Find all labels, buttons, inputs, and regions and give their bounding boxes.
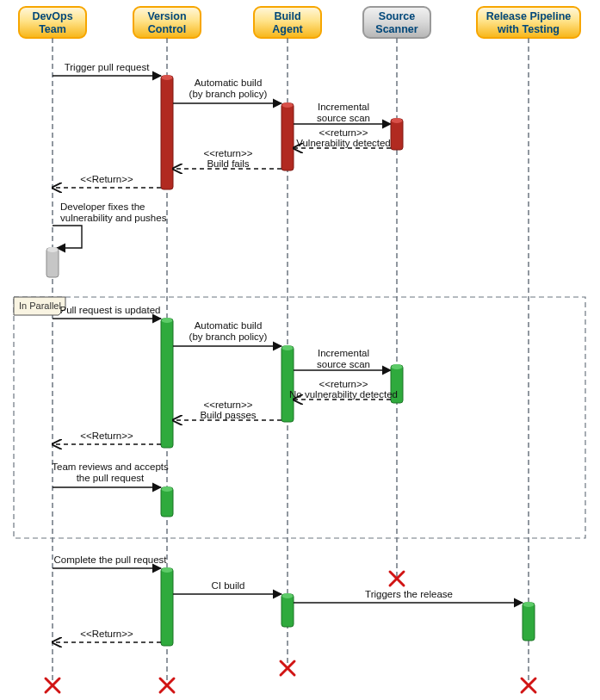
svg-rect-35 xyxy=(523,603,535,641)
msg-trigger-release-label: Triggers the release xyxy=(365,589,453,599)
svg-rect-15 xyxy=(161,76,173,189)
lane-release-pipeline: Release Pipeline with Testing xyxy=(477,7,580,38)
msg-incr-scan-2-b: source scan xyxy=(317,359,370,369)
lane-build-agent: Build Agent xyxy=(254,7,321,38)
msg-pr-updated-label: Pull request is updated xyxy=(60,305,161,315)
activation-scan-fail xyxy=(391,118,403,150)
destroy-devops xyxy=(46,678,59,692)
msg-team-reviews-b: the pull request xyxy=(77,473,145,483)
svg-rect-21 xyxy=(46,248,59,277)
svg-point-24 xyxy=(162,318,173,323)
msg-auto-build-1-label-b: (by branch policy) xyxy=(189,89,268,99)
svg-rect-23 xyxy=(161,319,173,448)
msg-devfix-a: Developer fixes the xyxy=(60,201,145,212)
activation-vc-pass xyxy=(161,318,173,448)
svg-text:Release Pipeline: Release Pipeline xyxy=(486,10,572,22)
activation-release xyxy=(523,602,535,641)
destroy-build xyxy=(281,661,294,675)
activation-build-fail xyxy=(281,102,294,170)
svg-point-26 xyxy=(282,345,294,350)
msg-devfix-b: vulnerability and pushes xyxy=(60,213,167,223)
svg-rect-19 xyxy=(391,119,403,150)
activation-build-ci xyxy=(281,593,294,627)
svg-point-20 xyxy=(392,118,403,123)
svg-point-32 xyxy=(162,567,173,573)
svg-point-36 xyxy=(523,602,535,607)
svg-text:Scanner: Scanner xyxy=(375,23,418,35)
msg-devfix-arrow xyxy=(53,226,82,248)
msg-return-3-label: <<Return>> xyxy=(80,629,133,639)
msg-return-buildpass-b: Build passes xyxy=(200,410,256,420)
msg-team-reviews-a: Team reviews and accepts xyxy=(52,462,169,472)
msg-incr-scan-1-a: Incremental xyxy=(318,102,369,112)
activation-vc-complete xyxy=(161,567,173,646)
svg-rect-17 xyxy=(281,103,294,170)
svg-text:DevOps: DevOps xyxy=(32,10,72,22)
msg-return-2-label: <<Return>> xyxy=(80,431,133,441)
activation-build-pass xyxy=(281,345,294,422)
svg-text:Source: Source xyxy=(379,10,415,22)
msg-return-novuln-b: No vulnerability detected xyxy=(289,389,398,400)
lane-source-scanner: Source Scanner xyxy=(363,7,430,38)
msg-return-novuln-a: <<return>> xyxy=(319,379,368,389)
activation-vc-fail xyxy=(161,75,173,189)
msg-return-buildfails-b: Build fails xyxy=(207,158,249,169)
svg-point-16 xyxy=(162,75,173,80)
msg-trigger-pr-label: Trigger pull request xyxy=(65,62,150,72)
msg-return-vuln-a: <<return>> xyxy=(319,127,368,138)
svg-rect-33 xyxy=(281,594,294,627)
svg-rect-31 xyxy=(161,568,173,646)
msg-auto-build-2-b: (by branch policy) xyxy=(189,331,268,342)
svg-point-28 xyxy=(392,364,403,369)
lane-version-control: Version Control xyxy=(133,7,201,38)
svg-point-22 xyxy=(47,247,59,252)
svg-text:with Testing: with Testing xyxy=(497,23,560,35)
destroy-release xyxy=(522,678,535,692)
svg-point-34 xyxy=(282,593,294,598)
activation-vc-accept xyxy=(161,486,173,517)
msg-incr-scan-1-b: source scan xyxy=(317,113,370,123)
sequence-diagram: DevOps Team Version Control Build Agent … xyxy=(0,0,600,700)
svg-text:Agent: Agent xyxy=(272,23,303,35)
msg-return-buildpass-a: <<return>> xyxy=(204,400,253,410)
msg-ci-build-label: CI build xyxy=(212,580,245,591)
msg-return-vuln-b: Vulnerability detected xyxy=(296,138,391,148)
svg-text:Team: Team xyxy=(39,23,66,35)
svg-text:Control: Control xyxy=(148,23,186,35)
msg-complete-pr-label: Complete the pull request xyxy=(53,554,167,565)
msg-auto-build-2-a: Automatic build xyxy=(195,320,263,331)
msg-auto-build-1-label-a: Automatic build xyxy=(195,77,263,88)
frame-parallel-label: In Parallel xyxy=(19,300,61,311)
frame-parallel xyxy=(14,297,585,538)
svg-point-18 xyxy=(282,102,294,108)
destroy-vc xyxy=(160,678,174,692)
msg-return-1-label: <<Return>> xyxy=(80,174,133,184)
svg-text:Build: Build xyxy=(274,10,300,22)
lane-devops: DevOps Team xyxy=(19,7,86,38)
svg-rect-29 xyxy=(161,487,173,517)
activation-devops-fix xyxy=(46,247,59,277)
svg-point-30 xyxy=(162,486,173,492)
svg-rect-25 xyxy=(281,346,294,422)
msg-incr-scan-2-a: Incremental xyxy=(318,348,369,358)
svg-text:Version: Version xyxy=(147,10,186,22)
msg-return-buildfails-a: <<return>> xyxy=(204,148,253,158)
